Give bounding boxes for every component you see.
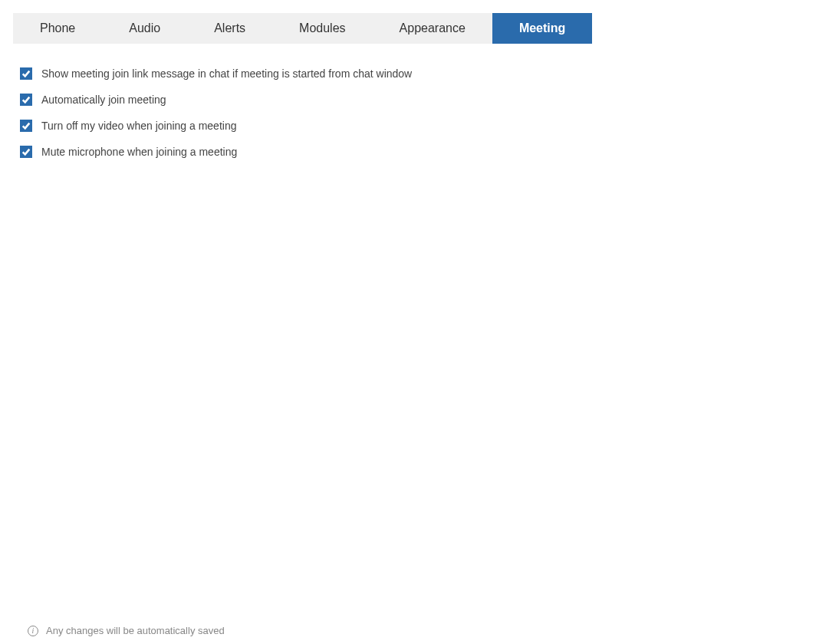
- setting-row-show-join-link: Show meeting join link message in chat i…: [20, 67, 839, 80]
- footer: Any changes will be automatically saved: [28, 625, 225, 636]
- setting-label: Automatically join meeting: [41, 94, 166, 106]
- setting-label: Turn off my video when joining a meeting: [41, 120, 236, 132]
- setting-label: Mute microphone when joining a meeting: [41, 146, 237, 158]
- setting-row-video-off: Turn off my video when joining a meeting: [20, 119, 839, 133]
- info-icon: [28, 626, 38, 636]
- checkbox-mute-mic[interactable]: [20, 146, 32, 158]
- checkmark-icon: [21, 121, 31, 130]
- tab-alerts[interactable]: Alerts: [187, 13, 272, 44]
- checkbox-auto-join[interactable]: [20, 94, 32, 106]
- tabs-bar: Phone Audio Alerts Modules Appearance Me…: [13, 13, 565, 44]
- setting-row-mute-mic: Mute microphone when joining a meeting: [20, 145, 839, 159]
- setting-row-auto-join: Automatically join meeting: [20, 93, 839, 107]
- setting-label: Show meeting join link message in chat i…: [41, 67, 412, 80]
- checkbox-video-off[interactable]: [20, 120, 32, 132]
- checkmark-icon: [21, 147, 31, 156]
- footer-message: Any changes will be automatically saved: [46, 625, 225, 636]
- tab-audio[interactable]: Audio: [102, 13, 187, 44]
- tab-appearance[interactable]: Appearance: [373, 13, 492, 44]
- checkbox-show-join-link[interactable]: [20, 67, 32, 80]
- checkmark-icon: [21, 69, 31, 78]
- tab-meeting[interactable]: Meeting: [492, 13, 592, 44]
- checkmark-icon: [21, 95, 31, 104]
- settings-panel: Show meeting join link message in chat i…: [0, 67, 839, 159]
- tab-modules[interactable]: Modules: [272, 13, 372, 44]
- tab-phone[interactable]: Phone: [13, 13, 102, 44]
